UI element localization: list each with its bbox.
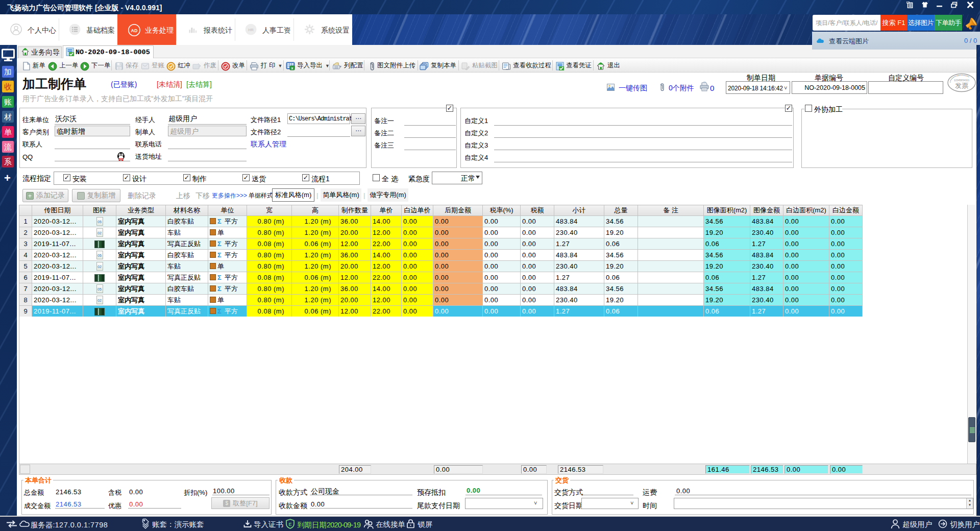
svg-text:12345654321: 12345654321	[954, 79, 970, 82]
svg-text:E: E	[288, 522, 291, 527]
svg-text:x: x	[291, 66, 293, 70]
svg-text:HR: HR	[248, 28, 254, 32]
svg-text:AD: AD	[131, 28, 138, 33]
svg-text:发票: 发票	[955, 82, 968, 89]
